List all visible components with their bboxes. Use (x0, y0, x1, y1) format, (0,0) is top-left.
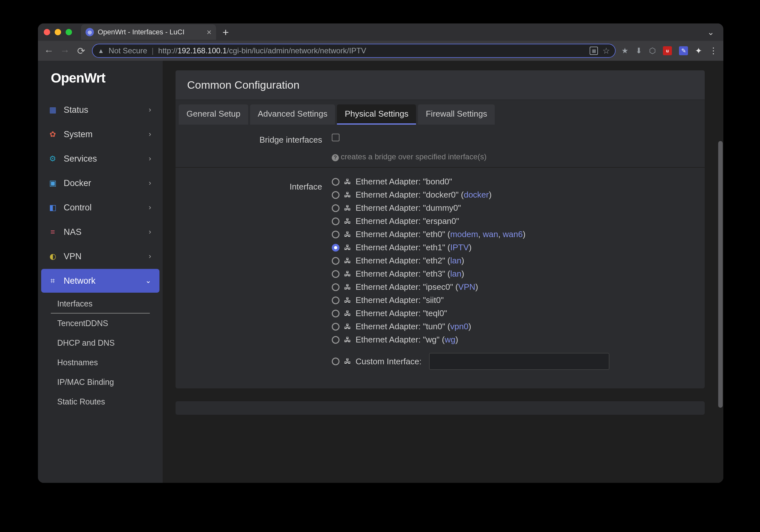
window-controls (44, 29, 72, 35)
scrollbar-thumb[interactable] (718, 141, 723, 408)
browser-menu-button[interactable]: ⋮ (709, 46, 718, 56)
control-icon: ◧ (47, 203, 59, 212)
sidebar-item-control[interactable]: ◧Control› (41, 196, 160, 219)
scrollbar[interactable] (718, 61, 723, 483)
back-button[interactable]: ← (44, 45, 54, 56)
shield-icon[interactable]: ⬡ (649, 46, 656, 55)
interface-radio[interactable] (332, 270, 340, 278)
interface-option[interactable]: 🖧Ethernet Adapter: "eth0" (modem, wan, w… (332, 229, 693, 239)
minimize-window-button[interactable] (55, 29, 61, 35)
ethernet-icon: 🖧 (344, 336, 351, 344)
interface-option[interactable]: 🖧Ethernet Adapter: "teql0" (332, 308, 693, 318)
interface-option[interactable]: 🖧Ethernet Adapter: "erspan0" (332, 216, 693, 226)
close-window-button[interactable] (44, 29, 50, 35)
interface-radio[interactable] (332, 244, 340, 251)
ublock-icon[interactable]: u (663, 46, 672, 55)
submenu-item[interactable]: Hostnames (51, 353, 163, 372)
interface-radio[interactable] (332, 178, 340, 186)
interface-radio[interactable] (332, 296, 340, 304)
interface-radio[interactable] (332, 217, 340, 225)
interface-radio[interactable] (332, 231, 340, 238)
extensions-button[interactable]: ✦ (695, 46, 702, 56)
sidebar-item-services[interactable]: ⚙Services› (41, 147, 160, 171)
submenu-item[interactable]: Interfaces (51, 294, 150, 314)
tab-button[interactable]: Physical Settings (337, 105, 416, 125)
interface-name: Ethernet Adapter: "docker0" (docker) (356, 190, 492, 200)
download-icon[interactable]: ⬇ (636, 46, 642, 55)
status-icon: ▦ (47, 105, 59, 114)
sidebar-item-label: VPN (59, 251, 149, 261)
new-tab-button[interactable]: + (222, 27, 229, 38)
interface-radio[interactable] (332, 204, 340, 212)
close-tab-button[interactable]: × (207, 28, 212, 36)
sidebar-item-nas[interactable]: ≡NAS› (41, 220, 160, 244)
ethernet-icon: 🖧 (344, 178, 351, 186)
interface-option[interactable]: 🖧Ethernet Adapter: "eth1" (IPTV) (332, 243, 693, 252)
chevron-right-icon: › (149, 252, 151, 260)
ethernet-icon: 🖧 (344, 309, 351, 318)
reload-button[interactable]: ⟳ (76, 45, 86, 57)
chevron-right-icon: › (149, 203, 151, 212)
interface-option[interactable]: 🖧Ethernet Adapter: "eth3" (lan) (332, 269, 693, 279)
interface-option[interactable]: 🖧Ethernet Adapter: "dummy0" (332, 203, 693, 213)
chevron-down-icon: ⌄ (145, 277, 151, 285)
submenu-item[interactable]: TencentDDNS (51, 314, 163, 333)
browser-tab[interactable]: ◎ OpenWrt - Interfaces - LuCI × (81, 24, 216, 40)
qr-icon[interactable]: ▦ (590, 47, 598, 55)
interface-radio[interactable] (332, 336, 340, 344)
interface-name: Ethernet Adapter: "tun0" (vpn0) (356, 322, 471, 332)
sidebar-item-system[interactable]: ✿System› (41, 122, 160, 146)
interface-name: Ethernet Adapter: "eth2" (lan) (356, 256, 464, 266)
interface-option[interactable]: 🖧Ethernet Adapter: "docker0" (docker) (332, 190, 693, 200)
tab-button[interactable]: Advanced Settings (250, 105, 335, 125)
sidebar-item-vpn[interactable]: ◐VPN› (41, 244, 160, 268)
tabs-overflow-button[interactable]: ⌄ (707, 27, 714, 37)
interface-radio[interactable] (332, 323, 340, 331)
config-panel: Common Configuration General SetupAdvanc… (175, 70, 705, 388)
sidebar-item-network[interactable]: ⌗Network⌄ (41, 269, 160, 293)
extension-icon[interactable]: ✎ (679, 46, 688, 55)
sidebar-item-status[interactable]: ▦Status› (41, 98, 160, 122)
ethernet-icon: 🖧 (344, 357, 351, 366)
sidebar-item-label: Docker (59, 178, 149, 188)
bookmark-star-icon[interactable]: ☆ (602, 46, 610, 56)
ethernet-icon: 🖧 (344, 296, 351, 305)
tab-button[interactable]: Firewall Settings (418, 105, 495, 125)
ethernet-icon: 🖧 (344, 323, 351, 331)
interface-radio[interactable] (332, 257, 340, 265)
interface-name: Ethernet Adapter: "wg" (wg) (356, 335, 458, 345)
interface-label: Interface (187, 177, 332, 192)
bridge-label: Bridge interfaces (187, 134, 332, 145)
interface-option[interactable]: 🖧Ethernet Adapter: "tun0" (vpn0) (332, 322, 693, 332)
sidebar: OpenWrt ▦Status›✿System›⚙Services›▣Docke… (38, 61, 163, 483)
bookmark-filled-icon[interactable]: ★ (621, 46, 629, 55)
interface-option[interactable]: 🖧Ethernet Adapter: "wg" (wg) (332, 335, 693, 345)
chevron-right-icon: › (149, 228, 151, 236)
interface-option[interactable]: 🖧Ethernet Adapter: "siit0" (332, 295, 693, 305)
submenu-item[interactable]: IP/MAC Binding (51, 372, 163, 392)
submenu-item[interactable]: Static Routes (51, 392, 163, 412)
interface-row: Interface 🖧Ethernet Adapter: "bond0"🖧Eth… (187, 177, 693, 370)
tab-button[interactable]: General Setup (179, 105, 248, 125)
interface-option[interactable]: 🖧Ethernet Adapter: "eth2" (lan) (332, 256, 693, 266)
sidebar-item-docker[interactable]: ▣Docker› (41, 171, 160, 195)
interface-radio[interactable] (332, 191, 340, 199)
interface-option[interactable]: 🖧Ethernet Adapter: "ipsec0" (VPN) (332, 282, 693, 292)
url-bar[interactable]: ▲ Not Secure | http://192.168.100.1/cgi-… (92, 44, 616, 58)
sidebar-item-label: NAS (59, 227, 149, 237)
sidebar-item-label: System (59, 129, 149, 139)
interface-name: Ethernet Adapter: "ipsec0" (VPN) (356, 282, 478, 292)
custom-interface-input[interactable] (429, 353, 609, 370)
submenu-item[interactable]: DHCP and DNS (51, 333, 163, 353)
sidebar-item-label: Control (59, 203, 149, 213)
interface-radio[interactable] (332, 283, 340, 291)
submenu: InterfacesTencentDDNSDHCP and DNSHostnam… (38, 293, 163, 412)
chevron-right-icon: › (149, 155, 151, 163)
interface-option[interactable]: 🖧Ethernet Adapter: "bond0" (332, 177, 693, 187)
maximize-window-button[interactable] (66, 29, 72, 35)
custom-interface-radio[interactable] (332, 358, 340, 365)
forward-button[interactable]: → (60, 45, 70, 56)
interface-name: Ethernet Adapter: "teql0" (356, 308, 447, 318)
interface-radio[interactable] (332, 310, 340, 317)
bridge-checkbox[interactable] (332, 134, 340, 141)
